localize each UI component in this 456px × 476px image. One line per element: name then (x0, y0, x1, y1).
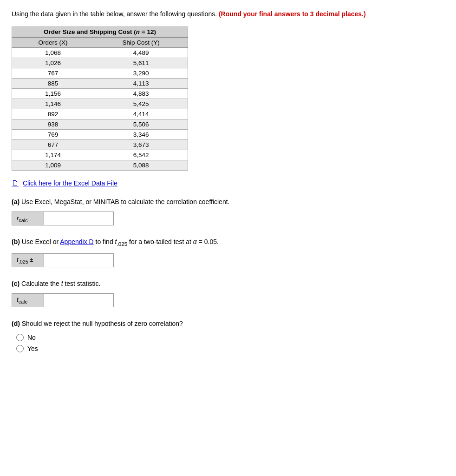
question-a-label: (a) Use Excel, MegaStat, or MINITAB to c… (12, 197, 444, 207)
question-c-answer-row: tcalc (12, 293, 444, 307)
question-c-block: (c) Calculate the t test statistic. tcal… (12, 278, 444, 307)
ship-cost-cell: 5,088 (94, 160, 188, 171)
question-a-block: (a) Use Excel, MegaStat, or MINITAB to c… (12, 197, 444, 225)
intro-text: Using the data given in the table below,… (12, 10, 217, 18)
orders-cell: 1,026 (12, 58, 94, 68)
ship-cost-cell: 4,489 (94, 48, 188, 58)
question-a-answer-row: rcalc (12, 212, 444, 225)
table-row: 8924,414 (12, 109, 188, 119)
question-a-input[interactable] (44, 212, 114, 225)
question-b-text-after: to find t.025 for a two-tailed test at α… (96, 238, 219, 245)
question-d-bold: (d) (12, 320, 20, 327)
orders-cell: 938 (12, 119, 94, 130)
radio-yes[interactable] (16, 345, 24, 352)
col2-header: Ship Cost (Y) (94, 37, 188, 48)
orders-cell: 1,068 (12, 48, 94, 58)
table-row: 1,1564,883 (12, 89, 188, 99)
orders-cell: 1,146 (12, 99, 94, 109)
ship-cost-cell: 5,611 (94, 58, 188, 68)
table-row: 1,0095,088 (12, 160, 188, 171)
table-row: 9385,506 (12, 119, 188, 130)
radio-no[interactable] (16, 334, 24, 341)
question-b-label: (b) Use Excel or Appendix D to find t.02… (12, 237, 444, 248)
orders-cell: 1,009 (12, 160, 94, 171)
radio-no-label: No (27, 334, 36, 341)
question-b-text-before: Use Excel or (22, 238, 60, 245)
orders-cell: 892 (12, 109, 94, 119)
ship-cost-cell: 6,542 (94, 150, 188, 160)
ship-cost-cell: 4,414 (94, 109, 188, 119)
question-b-bold: (b) (12, 238, 20, 245)
table-row: 7673,290 (12, 68, 188, 79)
ship-cost-cell: 3,673 (94, 140, 188, 150)
question-d-text: Should we reject the null hypothesis of … (22, 320, 183, 327)
table-row: 1,1746,542 (12, 150, 188, 160)
excel-link-text: Click here for the Excel Data File (23, 179, 117, 187)
intro-paragraph: Using the data given in the table below,… (12, 9, 444, 19)
question-c-input[interactable] (44, 293, 114, 307)
question-c-label-box: tcalc (12, 293, 44, 307)
ship-cost-cell: 3,290 (94, 68, 188, 79)
excel-link[interactable]: 🗋 Click here for the Excel Data File (12, 179, 444, 187)
question-d-radio-group: No Yes (16, 334, 444, 352)
table-row: 7693,346 (12, 130, 188, 140)
question-a-bold: (a) (12, 198, 20, 205)
orders-cell: 769 (12, 130, 94, 140)
radio-yes-option[interactable]: Yes (16, 345, 444, 352)
appendix-d-link[interactable]: Appendix D (60, 238, 93, 245)
ship-cost-cell: 3,346 (94, 130, 188, 140)
ship-cost-cell: 4,113 (94, 79, 188, 89)
orders-cell: 1,156 (12, 89, 94, 99)
orders-cell: 1,174 (12, 150, 94, 160)
excel-icon: 🗋 (12, 179, 20, 187)
question-d-block: (d) Should we reject the null hypothesis… (12, 318, 444, 352)
question-c-text: Calculate the t test statistic. (21, 280, 100, 287)
ship-cost-cell: 5,425 (94, 99, 188, 109)
question-a-label-box: rcalc (12, 212, 44, 225)
question-d-label: (d) Should we reject the null hypothesis… (12, 318, 444, 329)
table-row: 6773,673 (12, 140, 188, 150)
ship-cost-cell: 5,506 (94, 119, 188, 130)
question-a-text: Use Excel, MegaStat, or MINITAB to calcu… (21, 198, 229, 205)
question-b-label-box: t.025 ± (12, 253, 44, 267)
table-title: Order Size and Shipping Cost (n = 12) (12, 27, 188, 38)
table-row: 1,0265,611 (12, 58, 188, 68)
table-row: 1,0684,489 (12, 48, 188, 58)
ship-cost-cell: 4,883 (94, 89, 188, 99)
orders-cell: 677 (12, 140, 94, 150)
question-c-label: (c) Calculate the t test statistic. (12, 278, 444, 289)
question-b-answer-row: t.025 ± (12, 253, 444, 267)
orders-cell: 767 (12, 68, 94, 79)
question-b-block: (b) Use Excel or Appendix D to find t.02… (12, 237, 444, 267)
col1-header: Orders (X) (12, 37, 94, 48)
table-row: 8854,113 (12, 79, 188, 89)
radio-no-option[interactable]: No (16, 334, 444, 341)
question-c-bold: (c) (12, 280, 20, 287)
orders-cell: 885 (12, 79, 94, 89)
radio-yes-label: Yes (27, 345, 38, 352)
question-b-input[interactable] (44, 253, 114, 267)
table-row: 1,1465,425 (12, 99, 188, 109)
data-table: Order Size and Shipping Cost (n = 12) Or… (12, 26, 188, 171)
intro-highlight: (Round your final answers to 3 decimal p… (219, 10, 366, 18)
